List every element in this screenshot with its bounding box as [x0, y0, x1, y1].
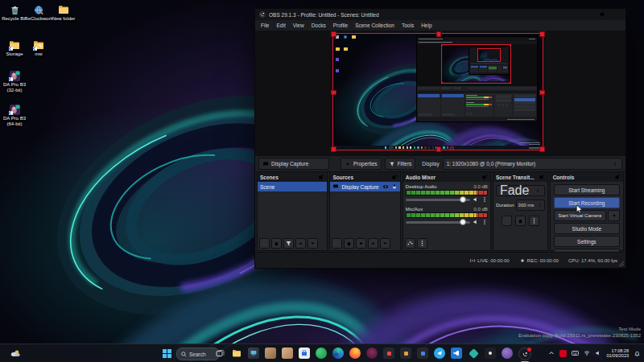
remove-transition-button[interactable] — [515, 216, 526, 226]
menu-view[interactable]: View — [293, 23, 304, 28]
menu-edit[interactable]: Edit — [276, 23, 285, 28]
pinned-app-icon[interactable] — [316, 348, 327, 359]
desktop-icon-new-folder[interactable]: New folder — [49, 5, 78, 22]
properties-button[interactable]: Properties — [341, 158, 382, 170]
transition-select[interactable]: Fade — [496, 185, 545, 196]
menu-tools[interactable]: Tools — [402, 23, 414, 28]
menu-scene-collection[interactable]: Scene Collection — [355, 23, 394, 28]
resize-handle-top-right[interactable] — [539, 31, 545, 37]
start-button[interactable] — [161, 348, 172, 359]
menu-help[interactable]: Help — [421, 23, 431, 28]
pinned-app-icon[interactable] — [400, 348, 411, 359]
mixer-menu-button[interactable] — [417, 238, 427, 249]
resize-grip[interactable] — [618, 261, 625, 267]
scene-up-button[interactable] — [295, 238, 306, 249]
desktop-icon-dapro-32[interactable]: DA Pro B3 (32-bit) — [0, 71, 29, 93]
obs-titlebar[interactable]: OBS 29.1.3 - Profile: Untitled - Scenes:… — [255, 9, 625, 20]
telegram-icon[interactable] — [434, 348, 445, 359]
menu-file[interactable]: File — [261, 23, 269, 28]
task-view-icon[interactable] — [214, 348, 225, 359]
desktop-icon-msi[interactable]: msi — [24, 40, 53, 57]
notification-bell-icon[interactable] — [634, 350, 641, 357]
popout-icon[interactable] — [614, 174, 621, 180]
settings-button[interactable]: Settings — [554, 236, 620, 247]
pinned-app-icon[interactable] — [383, 348, 394, 359]
preview-canvas-source[interactable] — [333, 34, 543, 150]
add-source-button[interactable] — [332, 238, 342, 249]
file-explorer-icon[interactable] — [231, 348, 242, 359]
studio-mode-button[interactable]: Studio Mode — [554, 223, 620, 234]
pinned-app-icon[interactable] — [417, 348, 428, 359]
clock[interactable]: 17:08:28 01/09/2023 — [606, 348, 629, 359]
network-icon[interactable] — [584, 350, 590, 356]
visibility-eye-icon[interactable] — [382, 183, 389, 190]
vscode-icon[interactable] — [451, 348, 462, 359]
resize-handle-bottom-right[interactable] — [539, 146, 545, 152]
shortcut-arrow-icon — [9, 111, 13, 115]
source-list-item[interactable]: Display Capture — [330, 182, 399, 191]
start-recording-button[interactable]: Start Recording — [554, 197, 620, 208]
touch-keyboard-icon[interactable] — [572, 350, 579, 356]
close-button[interactable] — [609, 10, 621, 19]
speaker-icon[interactable] — [473, 196, 479, 203]
transitions-header: Scene Transit... — [496, 175, 535, 180]
lock-icon[interactable] — [391, 183, 398, 190]
resize-handle-bottom-left[interactable] — [331, 146, 336, 152]
resize-handle-top-left[interactable] — [331, 31, 336, 37]
popout-icon[interactable] — [539, 174, 545, 180]
tray-chevron-icon[interactable] — [548, 350, 555, 356]
start-streaming-button[interactable]: Start Streaming — [554, 184, 620, 195]
source-properties-button[interactable] — [356, 238, 366, 249]
popout-icon[interactable] — [391, 174, 398, 180]
volume-meter — [406, 212, 488, 218]
search-box[interactable]: Search — [176, 348, 220, 360]
menu-docks[interactable]: Docks — [312, 23, 326, 28]
desktop: Recycle Bin ReClockwork New folder Stora… — [0, 0, 644, 362]
github-desktop-icon[interactable] — [502, 348, 513, 359]
display-select[interactable]: 1: 1920x1080 @ 0,0 (Primary Monitor) — [443, 158, 622, 170]
resize-handle-bottom-center[interactable] — [436, 146, 442, 152]
firefox-browser-icon[interactable] — [349, 348, 361, 359]
remove-source-button[interactable] — [344, 238, 354, 249]
pinned-app-icon[interactable] — [282, 348, 293, 359]
resize-handle-top-center[interactable] — [436, 31, 442, 37]
pinned-app-icon[interactable] — [468, 348, 479, 359]
weather-widget-icon[interactable] — [10, 348, 21, 359]
popout-icon[interactable] — [318, 174, 324, 180]
advanced-audio-button[interactable] — [405, 238, 415, 249]
edge-browser-icon[interactable] — [332, 348, 344, 359]
minimize-button[interactable] — [582, 10, 594, 19]
add-transition-button[interactable] — [502, 216, 512, 226]
source-down-button[interactable] — [380, 238, 390, 249]
volume-slider[interactable] — [406, 221, 470, 224]
channel-menu-icon[interactable] — [481, 196, 488, 203]
scene-list-item[interactable]: Scene — [258, 182, 327, 191]
browser-icon[interactable] — [366, 348, 378, 359]
obs-taskbar-icon[interactable] — [518, 348, 531, 360]
pinned-app-icon[interactable] — [485, 348, 496, 359]
scene-down-button[interactable] — [308, 238, 318, 249]
filters-button[interactable]: Filters — [385, 158, 416, 170]
source-up-button[interactable] — [368, 238, 378, 249]
pinned-app-icon[interactable] — [248, 348, 259, 359]
microsoft-store-icon[interactable] — [299, 348, 310, 359]
pinned-app-icon[interactable] — [265, 348, 276, 359]
resize-handle-mid-left[interactable] — [331, 90, 336, 96]
volume-icon[interactable] — [595, 350, 601, 356]
menu-profile[interactable]: Profile — [333, 23, 348, 28]
add-scene-button[interactable] — [259, 238, 270, 249]
desktop-icon-dapro-64[interactable]: DA Pro B3 (64-bit) — [0, 105, 29, 127]
resize-handle-mid-right[interactable] — [539, 90, 545, 96]
virtual-camera-config-button[interactable] — [608, 210, 620, 221]
channel-menu-icon[interactable] — [481, 219, 488, 225]
volume-slider[interactable] — [406, 199, 470, 201]
maximize-button[interactable] — [596, 10, 608, 19]
duration-spinbox[interactable]: 300 ms — [516, 200, 545, 211]
tray-app-icon[interactable] — [559, 350, 567, 357]
scene-filters-button[interactable] — [283, 238, 294, 249]
speaker-icon[interactable] — [473, 219, 479, 225]
remove-scene-button[interactable] — [271, 238, 282, 249]
transition-menu-button[interactable] — [529, 216, 539, 226]
popout-icon[interactable] — [481, 174, 488, 180]
controls-header: Controls — [553, 175, 575, 180]
